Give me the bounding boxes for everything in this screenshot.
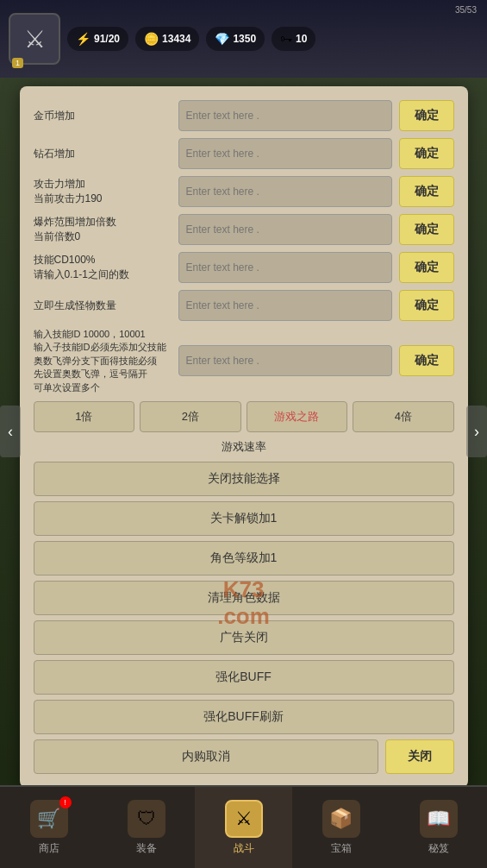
skill-cd-input[interactable] [178, 252, 392, 283]
right-arrow[interactable]: › [466, 406, 487, 457]
speed-label: 游戏速率 [34, 439, 454, 455]
diamond-stat: 💎 1350 [206, 27, 265, 51]
nav-chest[interactable]: 📦 宝箱 [292, 787, 390, 868]
attack-increase-row: 攻击力增加 当前攻击力190 确定 [34, 176, 454, 207]
skill-cd-btn[interactable]: 确定 [399, 252, 454, 283]
bottom-row: 内购取消 关闭 [34, 739, 454, 774]
mult-2x-btn[interactable]: 2倍 [140, 401, 241, 432]
chest-icon: 📦 [322, 800, 360, 838]
cheat-dialog: 金币增加 确定 钻石增加 确定 攻击力增加 当前攻击力190 确定 爆炸范围增加… [20, 86, 468, 785]
buff-enhance-btn[interactable]: 强化BUFF [34, 660, 454, 695]
spawn-monster-input[interactable] [178, 290, 392, 321]
diamond-value: 1350 [233, 33, 256, 45]
gold-value: 13434 [162, 33, 190, 45]
attack-increase-label: 攻击力增加 当前攻击力190 [34, 177, 172, 206]
battle-label: 战斗 [234, 841, 254, 856]
dialog-overlay: 金币增加 确定 钻石增加 确定 攻击力增加 当前攻击力190 确定 爆炸范围增加… [0, 78, 487, 785]
equipment-icon: 🛡 [128, 800, 165, 838]
diamond-icon: 💎 [215, 32, 229, 46]
level-up-btn[interactable]: 角色等级加1 [34, 541, 454, 576]
progress-text: 35/53 [455, 5, 477, 15]
skill-cd-label: 技能CD100% 请输入0.1-1之间的数 [34, 253, 172, 282]
energy-icon: ⚡ [76, 32, 91, 46]
mult-game-btn[interactable]: 游戏之路 [247, 401, 348, 432]
skill-cd-row: 技能CD100% 请输入0.1-1之间的数 确定 [34, 252, 454, 283]
shop-badge: ! [59, 796, 72, 808]
close-dialog-btn[interactable]: 关闭 [385, 739, 454, 774]
skill-id-btn[interactable]: 确定 [399, 345, 454, 376]
bottom-nav: 🛒 ! 商店 🛡 装备 ⚔ 战斗 📦 宝箱 📖 秘笈 [0, 785, 487, 868]
avatar: 1 [9, 13, 60, 65]
gold-icon: 🪙 [144, 32, 159, 46]
explosion-range-label: 爆炸范围增加倍数 当前倍数0 [34, 215, 172, 244]
chest-label: 宝箱 [331, 841, 352, 856]
skill-id-row: 输入技能ID 10000，10001 输入子技能ID必须先添加父技能 奥数飞弹分… [34, 328, 454, 394]
secrets-label: 秘笈 [428, 841, 449, 856]
key-stat: 🗝 10 [272, 27, 315, 51]
gold-increase-label: 金币增加 [34, 109, 172, 123]
clear-data-btn[interactable]: 清理角色数据 [34, 581, 454, 615]
energy-value: 91/20 [94, 33, 120, 45]
gold-increase-input[interactable] [178, 100, 392, 131]
close-ad-btn[interactable]: 广告关闭 [34, 620, 454, 655]
shop-icon: 🛒 ! [30, 800, 68, 838]
diamond-increase-label: 钻石增加 [34, 147, 172, 161]
diamond-increase-btn[interactable]: 确定 [399, 138, 454, 169]
secrets-icon: 📖 [420, 800, 458, 838]
equipment-label: 装备 [136, 841, 157, 856]
close-skill-select-btn[interactable]: 关闭技能选择 [34, 462, 454, 496]
unlock-stage-btn[interactable]: 关卡解锁加1 [34, 501, 454, 536]
battle-icon: ⚔ [225, 800, 263, 838]
skill-id-label: 输入技能ID 10000，10001 输入子技能ID必须先添加父技能 奥数飞弹分… [34, 328, 172, 394]
key-value: 10 [296, 33, 307, 45]
spawn-monster-row: 立即生成怪物数量 确定 [34, 290, 454, 321]
mult-4x-btn[interactable]: 4倍 [353, 401, 454, 432]
game-area: ‹ › 金币增加 确定 钻石增加 确定 攻击力增加 当前攻击力190 确定 [0, 78, 487, 785]
explosion-range-input[interactable] [178, 214, 392, 245]
diamond-increase-input[interactable] [178, 138, 392, 169]
level-badge: 1 [12, 58, 23, 68]
mult-1x-btn[interactable]: 1倍 [34, 401, 135, 432]
nav-shop[interactable]: 🛒 ! 商店 [0, 787, 97, 868]
left-arrow[interactable]: ‹ [0, 406, 21, 457]
nav-battle[interactable]: ⚔ 战斗 [195, 787, 292, 868]
buff-refresh-btn[interactable]: 强化BUFF刷新 [34, 700, 454, 734]
attack-increase-input[interactable] [178, 176, 392, 207]
spawn-monster-btn[interactable]: 确定 [399, 290, 454, 321]
gold-increase-btn[interactable]: 确定 [399, 100, 454, 131]
cancel-purchase-btn[interactable]: 内购取消 [34, 739, 378, 774]
key-icon: 🗝 [280, 32, 292, 46]
attack-increase-btn[interactable]: 确定 [399, 176, 454, 207]
skill-id-input[interactable] [178, 345, 392, 376]
energy-stat: ⚡ 91/20 [67, 27, 128, 51]
diamond-increase-row: 钻石增加 确定 [34, 138, 454, 169]
explosion-range-row: 爆炸范围增加倍数 当前倍数0 确定 [34, 214, 454, 245]
nav-secrets[interactable]: 📖 秘笈 [390, 787, 487, 868]
multiplier-row: 1倍 2倍 游戏之路 4倍 [34, 401, 454, 432]
gold-increase-row: 金币增加 确定 [34, 100, 454, 131]
top-bar: 1 ⚡ 91/20 🪙 13434 💎 1350 🗝 10 35/53 [0, 0, 487, 78]
explosion-range-btn[interactable]: 确定 [399, 214, 454, 245]
shop-label: 商店 [39, 841, 59, 856]
nav-equipment[interactable]: 🛡 装备 [97, 787, 195, 868]
spawn-monster-label: 立即生成怪物数量 [34, 299, 172, 313]
gold-stat: 🪙 13434 [135, 27, 199, 51]
